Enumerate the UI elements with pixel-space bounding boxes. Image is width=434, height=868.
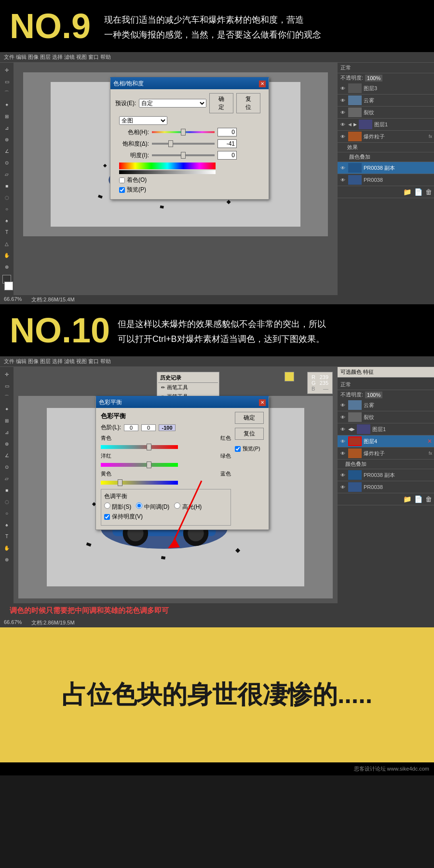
channel-select[interactable]: 全图 (119, 116, 167, 125)
pen-tool-2[interactable]: ♠ (1, 519, 12, 530)
dodge-tool-2[interactable]: ○ (1, 508, 12, 518)
layer2-row-1[interactable]: 👁 裂纹 (338, 411, 434, 423)
text-tool[interactable]: T (1, 227, 12, 237)
statusbar-section9: 66.67% 文档:2.86M/15.4M (0, 295, 434, 304)
hue-sat-reset-button[interactable]: 复位 (236, 93, 260, 113)
cb-ok-button[interactable]: 确定 (235, 412, 264, 424)
layer2-row-effect[interactable]: 颜色叠加 (338, 460, 434, 469)
layer2-row-0[interactable]: 👁 云雾 (338, 399, 434, 411)
text-tool-2[interactable]: T (1, 531, 12, 542)
layer-row-4[interactable]: 👁 爆炸粒子 fx (338, 131, 434, 143)
layer2-name-1: 裂纹 (364, 414, 432, 421)
new-group-icon[interactable]: 📁 (403, 188, 411, 196)
gradient-tool-2[interactable]: ■ (1, 485, 12, 495)
hand-tool[interactable]: ✋ (1, 250, 12, 260)
blur-tool[interactable]: ◌ (1, 192, 12, 203)
history-item-0[interactable]: ✏ 画笔工具 (158, 383, 218, 392)
layer2-row-2[interactable]: 👁 ◀▶ 图层1 (338, 423, 434, 435)
preview-checkbox[interactable] (119, 187, 125, 193)
magic-wand-tool-2[interactable]: ✦ (1, 404, 12, 414)
colorize-row: 着色(O) (119, 176, 264, 184)
sat-value-input[interactable] (217, 139, 237, 148)
healing-tool-2[interactable]: ⊛ (1, 438, 12, 449)
cb-reset-button[interactable]: 复位 (235, 428, 264, 440)
new-group-icon-2[interactable]: 📁 (403, 495, 411, 503)
cb-preview-checkbox[interactable] (235, 446, 241, 452)
sat-slider[interactable] (152, 141, 215, 147)
crop-tool[interactable]: ⊞ (1, 111, 12, 122)
layer2-name-0: 云雾 (364, 402, 432, 409)
layers-panel-section10: 可选颜色 特征 正常 不透明度: 100% 👁 云雾 👁 裂纹 (338, 367, 434, 603)
brush-tool[interactable]: ∠ (1, 146, 12, 156)
ps-left-toolbar: ✛ ▭ ⌒ ✦ ⊞ ⊿ ⊛ ∠ ⊙ ▱ ■ ◌ ○ ♠ T △ ✋ ⊕ (0, 63, 14, 295)
brush-tool-2[interactable]: ∠ (1, 450, 12, 461)
shadows-radio-label[interactable]: 阴影(S) (104, 502, 131, 511)
pen-tool[interactable]: ♠ (1, 215, 12, 226)
brightness-slider[interactable] (152, 152, 215, 158)
lasso-tool-2[interactable]: ⌒ (1, 392, 12, 403)
layer2-row-5[interactable]: 👁 PR0038 副本 (338, 469, 434, 481)
blur-tool-2[interactable]: ◌ (1, 496, 12, 507)
zoom-tool[interactable]: ⊕ (1, 261, 12, 272)
new-layer-icon[interactable]: 📄 (414, 188, 422, 196)
zoom-tool-2[interactable]: ⊕ (1, 554, 12, 565)
marquee-tool-2[interactable]: ▭ (1, 380, 12, 391)
layer-row-5[interactable]: 👁 PR0038 副本 (338, 162, 434, 174)
delete-layer-icon[interactable]: 🗑 (425, 188, 432, 196)
marquee-tool[interactable]: ▭ (1, 76, 12, 87)
midtones-radio[interactable] (136, 502, 142, 509)
layer2-name-5: PR0038 副本 (364, 472, 432, 479)
layer-row-0[interactable]: 👁 图层3 (338, 82, 434, 95)
gradient-tool[interactable]: ■ (1, 180, 12, 191)
lasso-tool[interactable]: ⌒ (1, 88, 12, 98)
layer2-row-4[interactable]: 👁 爆炸粒子 fx (338, 448, 434, 460)
red-arrow-svg (163, 476, 221, 553)
preset-select[interactable]: 自定 (139, 99, 206, 108)
hue-sat-close-button[interactable]: ✕ (259, 81, 266, 87)
layer-eye-4: 👁 (339, 133, 346, 140)
eraser-tool[interactable]: ▱ (1, 169, 12, 179)
eyedropper-tool[interactable]: ⊿ (1, 122, 12, 133)
layer2-row-6[interactable]: 👁 PR0038 (338, 481, 434, 493)
hand-tool-2[interactable]: ✋ (1, 542, 12, 553)
move-tool-2[interactable]: ✛ (1, 369, 12, 380)
layer2-thumb-2 (357, 424, 370, 434)
clone-tool-2[interactable]: ⊙ (1, 461, 12, 472)
hue-slider[interactable] (152, 129, 215, 135)
healing-tool[interactable]: ⊛ (1, 134, 12, 145)
layer-row-1[interactable]: 👁 云雾 (338, 95, 434, 107)
layer-row-6[interactable]: 👁 PR0038 (338, 174, 434, 186)
preserve-checkbox[interactable] (104, 514, 110, 520)
new-layer-icon-2[interactable]: 📄 (414, 495, 422, 503)
bg-color[interactable] (4, 282, 13, 290)
hue-value-input[interactable] (217, 128, 237, 136)
layer2-thumb-5 (348, 470, 362, 480)
crop-tool-2[interactable]: ⊞ (1, 415, 12, 426)
eyedropper-tool-2[interactable]: ⊿ (1, 427, 12, 437)
layer2-eye-5: 👁 (339, 472, 346, 478)
magenta-green-slider[interactable] (101, 461, 197, 468)
colorize-checkbox[interactable] (119, 177, 125, 183)
layer-row-3[interactable]: 👁 ◀ ▶ 图层1 (338, 119, 434, 131)
layer2-row-3[interactable]: 👁 图层4 ✕ (338, 435, 434, 448)
layers-buttons-row: 📁 📄 🗑 (338, 186, 434, 198)
delete-layer-icon-2[interactable]: 🗑 (425, 495, 432, 503)
shape-tool[interactable]: △ (1, 238, 12, 249)
layer-row-effect[interactable]: 效果 (338, 143, 434, 152)
cyan-red-slider[interactable] (101, 444, 197, 450)
color-balance-close-button[interactable]: ✕ (259, 399, 266, 406)
move-tool[interactable]: ✛ (1, 65, 12, 75)
level3-input[interactable] (159, 424, 176, 431)
layer-row-color-overlay[interactable]: 颜色叠加 (338, 152, 434, 162)
clone-tool[interactable]: ⊙ (1, 157, 12, 168)
eraser-tool-2[interactable]: ▱ (1, 473, 12, 484)
magic-wand-tool[interactable]: ✦ (1, 99, 12, 110)
dodge-tool[interactable]: ○ (1, 203, 12, 214)
brightness-value-input[interactable] (217, 151, 237, 160)
level2-input[interactable] (141, 424, 156, 431)
shadows-radio[interactable] (104, 502, 110, 509)
layer-row-2[interactable]: 👁 裂纹 (338, 107, 434, 119)
hue-sat-ok-button[interactable]: 确定 (209, 93, 233, 113)
annotation-text: 调色的时候只需要把中间调和英雄的花色调多即可 (0, 603, 434, 618)
level1-input[interactable] (124, 424, 138, 431)
